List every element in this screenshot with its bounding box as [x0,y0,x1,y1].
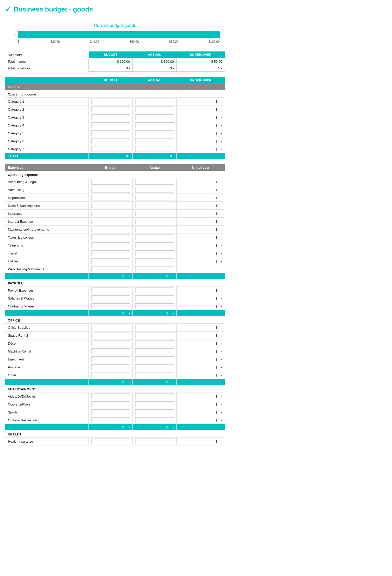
dues-label: Dues & Subscriptions [5,202,89,210]
table-row: Interest Expense $ - [5,218,225,226]
table-row: Equipment $ - [5,355,225,363]
video-label: Video/DVD/Movies [5,392,89,400]
interest-label: Interest Expense [5,218,89,226]
table-row: Health Insurance $ - [5,438,225,445]
decor-label: Décor [5,339,89,347]
postage-label: Postage [5,363,89,371]
advertising-label: Advertising [5,186,89,194]
category-4-actual[interactable] [133,121,177,129]
category-5-actual[interactable] [133,129,177,137]
category-4-label: Category 4 [5,121,89,129]
category-3-label: Category 3 [5,113,89,121]
telephone-label: Telephone [5,241,89,249]
table-row: Salaries & Wages $ - [5,294,225,302]
table-row: Category 3 $ - [5,113,225,121]
x-label-1: $20.00 [50,40,60,44]
entertainment-header: ENTERTAINMENT [5,385,225,392]
category-6-actual[interactable] [133,137,177,145]
table-row: Payroll Expenses $ - [5,286,225,294]
utilities-label: Utilities [5,257,89,265]
concerts-label: Concerts/Plays [5,400,89,408]
health-insurance-label: Health Insurance [5,438,89,445]
category-1-actual[interactable] [133,98,177,105]
table-row: Dues & Subscriptions $ - [5,202,225,210]
income-total-underover [177,153,225,159]
operating-subtotal-row: $ - $ - [5,273,225,279]
x-label-0: $- [18,40,20,44]
x-label-2: $40.00 [90,40,99,44]
office-subtotal-row: $ - $ - [5,379,225,385]
summary-expenses-underover: $ - [176,65,225,72]
operating-income-label: Operating income [5,90,225,98]
payroll-label: PAYROLL [5,279,225,286]
category-1-underover: $ - [177,98,225,105]
expenses-section-label: Expenses [5,164,89,171]
table-row: Category 1 $ - [5,98,225,105]
table-row: Video/DVD/Movies $ - [5,392,225,400]
income-col-label [5,77,89,84]
summary-income-label: Total Income [5,58,89,65]
x-label-4: $80.00 [169,40,178,44]
table-row: Telephone $ - [5,241,225,249]
insurance-label: Insurance [5,210,89,218]
category-4-budget[interactable] [89,121,133,129]
category-2-actual[interactable] [133,105,177,113]
summary-expenses-row: Total Expenses $ - $ - $ - [5,65,225,72]
accounting-label: Accounting & Legal [5,178,89,186]
category-5-budget[interactable] [89,129,133,137]
entertainment-label: ENTERTAINMENT [5,385,225,392]
income-section-label: Income [5,84,225,90]
table-row: Depreciation $ - [5,194,225,202]
outdoor-label: Outdoor Recreation [5,416,89,424]
category-6-budget[interactable] [89,137,133,145]
table-row: Office Supplies $ - [5,324,225,332]
summary-income-row: Total Income $ 100.00 $ 100.00 $ 50.00 [5,58,225,65]
contractor-wages-label: Contractor Wages [5,302,89,310]
table-row: Other $ - [5,371,225,379]
income-col-actual: ACTUAL [133,77,177,84]
table-row: Taxes & Licenses $ - [5,233,225,241]
table-row: Décor $ - [5,339,225,347]
office-header: OFFICE [5,316,225,324]
income-total-label: TOTAL [5,153,89,159]
category-3-budget[interactable] [89,113,133,121]
category-1-budget[interactable] [89,98,133,105]
summary-income-underover: $ 50.00 [176,58,225,65]
table-row: Concerts/Plays $ - [5,400,225,408]
travel-label: Travel [5,249,89,257]
summary-expenses-budget: $ - [89,65,133,72]
summary-label: Summary [5,51,89,58]
expenses-section-header: Expenses Budget Actual Under/over [5,164,225,171]
category-5-label: Category 5 [5,129,89,137]
table-row: Category 5 $ - [5,129,225,137]
category-2-label: Category 2 [5,105,89,113]
chart-title: Current budget-goods [10,23,220,28]
office-label: OFFICE [5,316,225,324]
taxes-label: Taxes & Licenses [5,233,89,241]
table-row: Insurance $ - [5,210,225,218]
category-2-underover: $ - [177,105,225,113]
category-7-budget[interactable] [89,145,133,153]
category-2-budget[interactable] [89,105,133,113]
category-7-underover: $ - [177,145,225,153]
category-4-underover: $ - [177,121,225,129]
category-7-label: Category 7 [5,145,89,153]
income-total-row: TOTAL $ - $ - [5,153,225,159]
chart-bar [18,31,220,38]
category-5-underover: $ - [177,129,225,137]
health-header: HEALTH [5,430,225,438]
table-row: Space Rental $ - [5,332,225,339]
category-3-actual[interactable] [133,113,177,121]
other-label: Other [5,371,89,379]
page-header: ✓ Business budget - goods [5,5,225,14]
chart-x-axis: $- $20.00 $40.00 $60.00 $80.00 $100.00 [10,40,220,44]
table-row: Postage $ - [5,363,225,371]
category-7-actual[interactable] [133,145,177,153]
table-row: Web Hosting & Domains [5,265,225,273]
table-row: Travel $ - [5,249,225,257]
x-label-3: $60.00 [130,40,139,44]
category-3-underover: $ - [177,113,225,121]
sports-label: Sports [5,408,89,416]
maintenance-label: Maintenance/Improvements [5,226,89,233]
category-6-label: Category 6 [5,137,89,145]
